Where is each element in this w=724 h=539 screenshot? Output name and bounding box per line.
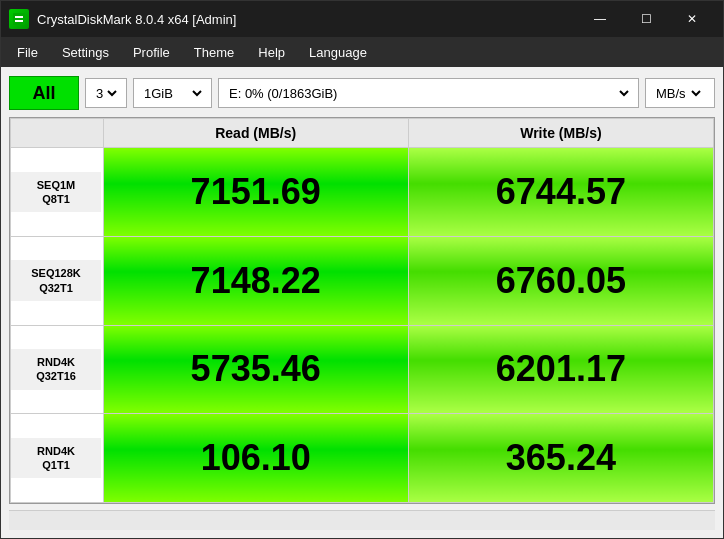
label-line1: SEQ1M: [37, 179, 76, 191]
menu-language[interactable]: Language: [297, 41, 379, 64]
svg-rect-2: [15, 20, 23, 22]
results-table: Read (MB/s) Write (MB/s) SEQ1M Q8T1 7151…: [10, 118, 714, 503]
label-line2: Q32T16: [36, 370, 76, 382]
content-area: All 3 1 5 1GiB 512MiB 2GiB E: 0% (0/1863…: [1, 67, 723, 538]
loops-select[interactable]: 3 1 5: [85, 78, 127, 108]
row-label-rnd4k-q32t16: RND4K Q32T16: [11, 325, 104, 414]
row-label-seq128k: SEQ128K Q32T1: [11, 236, 104, 325]
read-value-rnd4k-q32t16: 5735.46: [103, 325, 408, 414]
row-label-seq1m: SEQ1M Q8T1: [11, 148, 104, 237]
results-table-container: Read (MB/s) Write (MB/s) SEQ1M Q8T1 7151…: [9, 117, 715, 504]
write-value-rnd4k-q32t16: 6201.17: [408, 325, 713, 414]
title-bar: CrystalDiskMark 8.0.4 x64 [Admin] — ☐ ✕: [1, 1, 723, 37]
menu-bar: File Settings Profile Theme Help Languag…: [1, 37, 723, 67]
close-button[interactable]: ✕: [669, 1, 715, 37]
menu-theme[interactable]: Theme: [182, 41, 246, 64]
label-line1: SEQ128K: [31, 267, 81, 279]
read-value-seq128k: 7148.22: [103, 236, 408, 325]
read-value-seq1m: 7151.69: [103, 148, 408, 237]
size-select[interactable]: 1GiB 512MiB 2GiB: [133, 78, 212, 108]
maximize-button[interactable]: ☐: [623, 1, 669, 37]
label-line2: Q1T1: [42, 459, 70, 471]
col-header-write: Write (MB/s): [408, 119, 713, 148]
menu-settings[interactable]: Settings: [50, 41, 121, 64]
svg-rect-1: [15, 16, 23, 18]
svg-rect-0: [13, 13, 25, 25]
table-row: SEQ1M Q8T1 7151.69 6744.57: [11, 148, 714, 237]
col-header-read: Read (MB/s): [103, 119, 408, 148]
read-value-rnd4k-q1t1: 106.10: [103, 414, 408, 503]
loops-dropdown[interactable]: 3 1 5: [92, 85, 120, 102]
unit-dropdown[interactable]: MB/s GB/s IOPS μs: [652, 85, 704, 102]
window-controls: — ☐ ✕: [577, 1, 715, 37]
write-value-seq1m: 6744.57: [408, 148, 713, 237]
drive-select[interactable]: E: 0% (0/1863GiB): [218, 78, 639, 108]
label-line1: RND4K: [37, 356, 75, 368]
window-title: CrystalDiskMark 8.0.4 x64 [Admin]: [37, 12, 577, 27]
size-dropdown[interactable]: 1GiB 512MiB 2GiB: [140, 85, 205, 102]
label-line1: RND4K: [37, 445, 75, 457]
menu-help[interactable]: Help: [246, 41, 297, 64]
menu-file[interactable]: File: [5, 41, 50, 64]
all-button[interactable]: All: [9, 76, 79, 110]
main-window: CrystalDiskMark 8.0.4 x64 [Admin] — ☐ ✕ …: [0, 0, 724, 539]
row-label-rnd4k-q1t1: RND4K Q1T1: [11, 414, 104, 503]
table-row: RND4K Q1T1 106.10 365.24: [11, 414, 714, 503]
table-header-row: Read (MB/s) Write (MB/s): [11, 119, 714, 148]
app-icon: [9, 9, 29, 29]
status-bar: [9, 510, 715, 530]
write-value-seq128k: 6760.05: [408, 236, 713, 325]
label-line2: Q32T1: [39, 282, 73, 294]
label-line2: Q8T1: [42, 193, 70, 205]
menu-profile[interactable]: Profile: [121, 41, 182, 64]
unit-select[interactable]: MB/s GB/s IOPS μs: [645, 78, 715, 108]
write-value-rnd4k-q1t1: 365.24: [408, 414, 713, 503]
table-row: SEQ128K Q32T1 7148.22 6760.05: [11, 236, 714, 325]
minimize-button[interactable]: —: [577, 1, 623, 37]
drive-dropdown[interactable]: E: 0% (0/1863GiB): [225, 85, 632, 102]
toolbar: All 3 1 5 1GiB 512MiB 2GiB E: 0% (0/1863…: [9, 75, 715, 111]
col-header-label: [11, 119, 104, 148]
table-row: RND4K Q32T16 5735.46 6201.17: [11, 325, 714, 414]
